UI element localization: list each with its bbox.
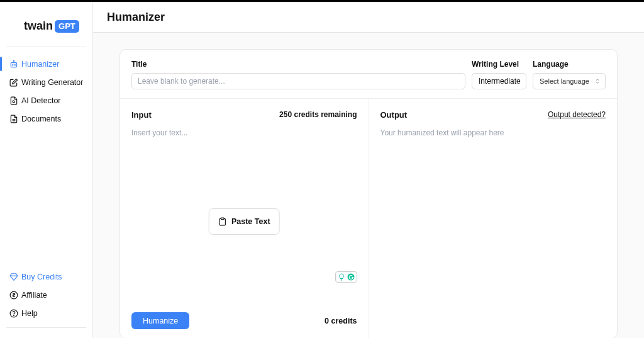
- language-select[interactable]: Select language: [533, 73, 606, 89]
- output-detected-link[interactable]: Output detected?: [548, 110, 606, 119]
- sidebar-item-ai-detector[interactable]: AI Detector: [0, 91, 92, 110]
- svg-point-9: [13, 315, 14, 315]
- clipboard-icon: [218, 217, 227, 226]
- sidebar-item-label: Affiliate: [21, 291, 47, 300]
- sidebar-bottom: Buy Credits Affiliate Help: [0, 268, 92, 338]
- sidebar-item-writing-generator[interactable]: Writing Generator: [0, 73, 92, 91]
- sidebar-item-help[interactable]: Help: [0, 304, 92, 322]
- writing-level-label: Writing Level: [472, 60, 526, 69]
- input-title: Input: [131, 110, 152, 120]
- grammarly-badge[interactable]: [335, 271, 357, 283]
- divider: [6, 47, 86, 47]
- file-text-icon: [9, 115, 18, 123]
- sidebar-item-buy-credits[interactable]: Buy Credits: [0, 268, 92, 286]
- writing-level-group: Writing Level Intermediate: [472, 60, 526, 89]
- svg-point-4: [12, 100, 14, 102]
- paste-text-label: Paste Text: [231, 217, 270, 226]
- app-root: twain GPT Humanizer Writing Generator: [0, 2, 644, 338]
- input-placeholder: Insert your text...: [131, 128, 187, 137]
- svg-point-3: [14, 64, 15, 65]
- title-label: Title: [131, 60, 465, 69]
- dollar-icon: [9, 291, 18, 300]
- main: Humanizer Title Writing Level Intermedia…: [93, 2, 644, 338]
- header: Humanizer: [93, 2, 644, 33]
- sidebar: twain GPT Humanizer Writing Generator: [0, 2, 93, 338]
- output-title: Output: [380, 110, 408, 120]
- sidebar-item-label: Documents: [21, 115, 61, 123]
- sidebar-nav: Humanizer Writing Generator AI Detector …: [0, 55, 92, 268]
- input-panel: Input 250 credits remaining Insert your …: [120, 99, 369, 338]
- output-panel-head: Output Output detected?: [380, 108, 606, 121]
- file-search-icon: [9, 96, 18, 105]
- humanize-button[interactable]: Humanize: [131, 312, 189, 329]
- diamond-icon: [9, 273, 18, 281]
- writing-level-value: Intermediate: [479, 77, 521, 86]
- language-label: Language: [533, 60, 606, 69]
- robot-icon: [9, 60, 18, 69]
- output-panel: Output Output detected? Your humanized t…: [369, 99, 618, 338]
- language-value: Select language: [540, 77, 589, 85]
- paste-text-button[interactable]: Paste Text: [209, 208, 280, 235]
- title-field-group: Title: [131, 60, 465, 89]
- title-input[interactable]: [131, 73, 465, 89]
- language-group: Language Select language: [533, 60, 606, 89]
- sidebar-item-label: Humanizer: [21, 60, 59, 69]
- panels: Input 250 credits remaining Insert your …: [120, 99, 617, 338]
- form-row: Title Writing Level Intermediate: [120, 50, 617, 99]
- writing-level-select[interactable]: Intermediate: [472, 73, 526, 89]
- help-icon: [9, 309, 18, 318]
- svg-point-2: [12, 64, 13, 65]
- svg-rect-0: [11, 62, 16, 67]
- sidebar-item-label: Writing Generator: [21, 78, 83, 87]
- grammarly-icon: [347, 273, 355, 281]
- humanizer-card: Title Writing Level Intermediate: [119, 49, 618, 338]
- sidebar-item-label: Help: [21, 309, 38, 318]
- divider: [6, 327, 86, 328]
- bulb-icon: [338, 273, 345, 281]
- input-body[interactable]: Insert your text... Paste Text: [131, 121, 357, 312]
- sidebar-item-humanizer[interactable]: Humanizer: [0, 55, 92, 73]
- logo-text: twain: [24, 20, 53, 33]
- credits-remaining: 250 credits remaining: [279, 110, 357, 119]
- sidebar-item-affiliate[interactable]: Affiliate: [0, 286, 92, 304]
- content: Title Writing Level Intermediate: [93, 33, 644, 338]
- logo[interactable]: twain GPT: [0, 2, 92, 42]
- sidebar-item-documents[interactable]: Documents: [0, 110, 92, 128]
- sidebar-item-label: Buy Credits: [21, 273, 62, 281]
- svg-point-1: [13, 60, 14, 61]
- input-panel-head: Input 250 credits remaining: [131, 108, 357, 121]
- page-title: Humanizer: [107, 11, 165, 24]
- svg-rect-10: [221, 218, 225, 219]
- logo-badge: GPT: [55, 20, 79, 33]
- input-footer: Humanize 0 credits: [131, 312, 357, 338]
- output-placeholder: Your humanized text will appear here: [380, 128, 504, 137]
- edit-icon: [9, 78, 18, 87]
- output-body: Your humanized text will appear here: [380, 121, 606, 338]
- credits-cost: 0 credits: [325, 317, 357, 325]
- sidebar-item-label: AI Detector: [21, 96, 61, 105]
